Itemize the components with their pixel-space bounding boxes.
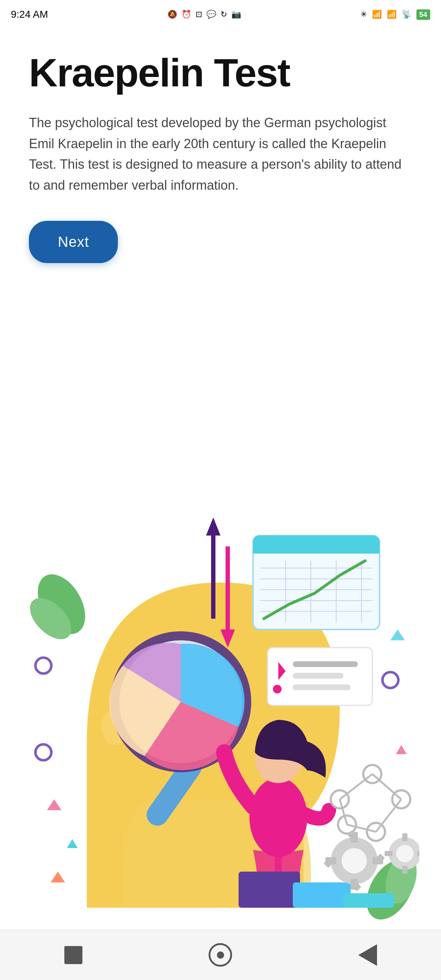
svg-rect-68 xyxy=(385,851,393,856)
back-button[interactable] xyxy=(355,942,380,968)
notification-off-icon: 🔕 xyxy=(167,10,177,19)
svg-rect-69 xyxy=(417,851,419,856)
svg-point-1 xyxy=(35,745,51,760)
nfc-icon: ⊡ xyxy=(196,10,202,19)
whatsapp-icon: 💬 xyxy=(206,10,216,19)
triangle-icon xyxy=(358,944,377,966)
recent-apps-button[interactable] xyxy=(61,942,86,968)
svg-line-53 xyxy=(340,799,347,825)
status-left-icons: 🔕 ⏰ ⊡ 💬 ↻ 📷 xyxy=(167,10,241,19)
camera-icon: 📷 xyxy=(231,10,241,19)
svg-rect-40 xyxy=(293,661,358,667)
page-title: Kraepelin Test xyxy=(29,51,412,94)
svg-rect-67 xyxy=(402,866,408,874)
svg-line-50 xyxy=(372,774,401,799)
bottom-nav xyxy=(0,929,441,980)
svg-marker-5 xyxy=(51,872,65,883)
svg-marker-7 xyxy=(396,745,407,754)
svg-point-43 xyxy=(273,685,282,694)
illustration-area xyxy=(0,420,441,926)
svg-line-51 xyxy=(376,799,401,832)
svg-point-0 xyxy=(35,658,51,674)
svg-rect-41 xyxy=(293,673,343,679)
status-bar: 9:24 AM 🔕 ⏰ ⊡ 💬 ↻ 📷 ✳ 📶 📶 📡 54 xyxy=(0,0,441,29)
sync-icon: ↻ xyxy=(221,10,227,19)
illustration-svg xyxy=(22,456,419,926)
svg-rect-42 xyxy=(293,684,351,690)
svg-point-2 xyxy=(382,672,398,688)
square-icon xyxy=(64,946,83,964)
svg-marker-4 xyxy=(47,799,62,810)
main-content: Kraepelin Test The psychological test de… xyxy=(0,29,441,263)
svg-point-55 xyxy=(342,848,367,873)
svg-rect-24 xyxy=(293,883,351,908)
status-right-icons: ✳ 📶 📶 📡 54 xyxy=(360,10,430,20)
svg-rect-23 xyxy=(239,872,300,908)
svg-rect-66 xyxy=(402,833,408,841)
circle-icon xyxy=(209,943,232,967)
svg-line-49 xyxy=(340,774,372,799)
wifi-icon: 📡 xyxy=(401,10,411,19)
home-button[interactable] xyxy=(208,942,233,968)
signal-icon: 📶 xyxy=(372,10,382,19)
battery-indicator: 54 xyxy=(416,10,430,20)
svg-marker-3 xyxy=(390,630,405,640)
circle-inner-icon xyxy=(217,951,224,959)
alarm-icon: ⏰ xyxy=(181,10,191,19)
signal2-icon: 📶 xyxy=(387,10,396,19)
status-time: 9:24 AM xyxy=(11,9,48,20)
next-button[interactable]: Next xyxy=(29,221,118,263)
page-description: The psychological test developed by the … xyxy=(29,112,412,196)
bluetooth-icon: ✳ xyxy=(360,10,367,19)
svg-rect-25 xyxy=(343,893,394,908)
svg-rect-28 xyxy=(253,546,380,554)
svg-marker-6 xyxy=(67,839,78,848)
svg-marker-18 xyxy=(206,517,221,536)
svg-point-65 xyxy=(396,845,414,862)
